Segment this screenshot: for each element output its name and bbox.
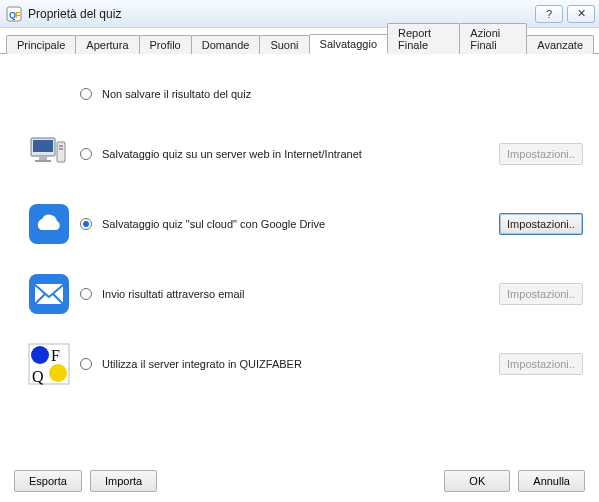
settings-button-email[interactable]: Impostazioni.. (499, 283, 583, 305)
label-no-save: Non salvare il risultato del quiz (102, 88, 583, 100)
label-cloud: Salvataggio quiz "sul cloud" con Google … (102, 218, 499, 230)
settings-button-integrated[interactable]: Impostazioni.. (499, 353, 583, 375)
app-icon: Q F (6, 6, 22, 22)
svg-rect-5 (39, 157, 47, 160)
quizfaber-icon: F Q (20, 342, 78, 386)
window-controls: ? ✕ (535, 5, 595, 23)
option-email: Invio risultati attraverso email Imposta… (20, 272, 583, 316)
bottom-button-bar: Esporta Importa OK Annulla (0, 460, 599, 502)
svg-rect-6 (35, 160, 51, 162)
svg-text:F: F (15, 10, 21, 20)
help-button[interactable]: ? (535, 5, 563, 23)
envelope-icon (20, 272, 78, 316)
tab-bar: Principale Apertura Profilo Domande Suon… (0, 28, 599, 54)
cloud-icon (20, 202, 78, 246)
option-integrated: F Q Utilizza il server integrato in QUIZ… (20, 342, 583, 386)
radio-server[interactable] (80, 148, 92, 160)
radio-no-save[interactable] (80, 88, 92, 100)
radio-cloud[interactable] (80, 218, 92, 230)
tab-content-salvataggio: Non salvare il risultato del quiz Salvat… (0, 54, 599, 422)
dialog-body: Principale Apertura Profilo Domande Suon… (0, 28, 599, 502)
option-server: Salvataggio quiz su un server web in Int… (20, 132, 583, 176)
svg-rect-9 (59, 148, 63, 150)
radio-integrated[interactable] (80, 358, 92, 370)
export-button[interactable]: Esporta (14, 470, 82, 492)
settings-button-server[interactable]: Impostazioni.. (499, 143, 583, 165)
ok-button[interactable]: OK (444, 470, 510, 492)
cancel-button[interactable]: Annulla (518, 470, 585, 492)
tab-report-finale[interactable]: Report Finale (387, 23, 460, 54)
label-integrated: Utilizza il server integrato in QUIZFABE… (102, 358, 499, 370)
import-button[interactable]: Importa (90, 470, 157, 492)
radio-email[interactable] (80, 288, 92, 300)
tab-domande[interactable]: Domande (191, 35, 261, 54)
window-title: Proprietà del quiz (28, 7, 121, 21)
option-cloud: Salvataggio quiz "sul cloud" con Google … (20, 202, 583, 246)
svg-text:F: F (51, 347, 60, 364)
label-email: Invio risultati attraverso email (102, 288, 499, 300)
svg-text:Q: Q (32, 368, 44, 385)
svg-point-15 (49, 364, 67, 382)
tab-apertura[interactable]: Apertura (75, 35, 139, 54)
svg-rect-8 (59, 145, 63, 147)
tab-avanzate[interactable]: Avanzate (526, 35, 594, 54)
tab-salvataggio[interactable]: Salvataggio (309, 34, 389, 54)
tab-principale[interactable]: Principale (6, 35, 76, 54)
tab-profilo[interactable]: Profilo (139, 35, 192, 54)
label-server: Salvataggio quiz su un server web in Int… (102, 148, 499, 160)
option-no-save: Non salvare il risultato del quiz (20, 84, 583, 104)
settings-button-cloud[interactable]: Impostazioni.. (499, 213, 583, 235)
tab-suoni[interactable]: Suoni (259, 35, 309, 54)
close-button[interactable]: ✕ (567, 5, 595, 23)
svg-rect-4 (33, 140, 53, 152)
desktop-computer-icon (20, 132, 78, 176)
tab-azioni-finali[interactable]: Azioni Finali (459, 23, 527, 54)
svg-point-14 (31, 346, 49, 364)
